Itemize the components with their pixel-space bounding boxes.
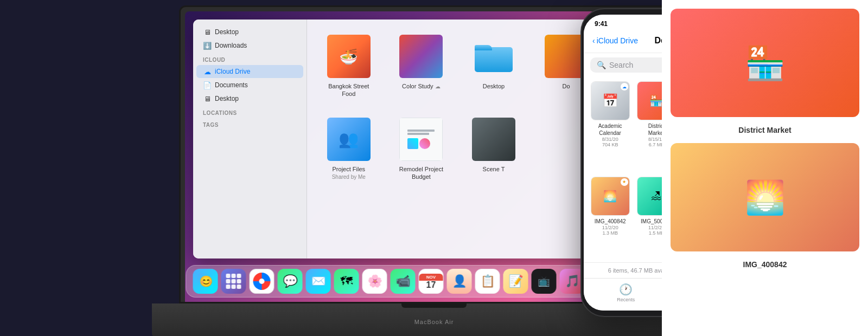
img400842-name: IMG_400842 [595, 218, 626, 225]
ipad-preview: 🏪 District Market 🌅 IMG_400842 [662, 0, 868, 336]
iphone-back-button[interactable]: ‹ iCloud Drive [592, 36, 638, 45]
macbook-notch [401, 303, 467, 308]
svg-text:😊: 😊 [200, 275, 213, 288]
sidebar-item-downloads[interactable]: ⬇️ Downloads [196, 39, 303, 52]
img400842-size: 1.3 MB [602, 230, 618, 236]
remodel-thumb [399, 118, 443, 161]
file-item-scene[interactable]: Scene T [463, 113, 525, 185]
color-study-thumb [399, 35, 443, 78]
iphone-time: 9:41 [595, 20, 608, 28]
dock-photos[interactable]: 🌸 [362, 269, 387, 294]
academic-calendar-date: 8/31/20 [602, 137, 618, 142]
recents-tab-icon: 🕐 [619, 283, 633, 296]
file-name-do: Do [563, 82, 570, 90]
icloud-section-header: iCloud [193, 53, 307, 64]
desktop-icon: 🖥 [203, 28, 212, 36]
downloads-icon: ⬇️ [203, 41, 212, 50]
file-item-desktop-folder[interactable]: Desktop [463, 30, 525, 102]
file-name-scene: Scene T [483, 165, 505, 173]
dock-contacts[interactable]: 👤 [447, 269, 472, 294]
dock-notes[interactable]: 📝 [503, 269, 528, 294]
dock-finder[interactable]: 😊 [193, 269, 218, 294]
dock-facetime[interactable]: 📹 [391, 269, 416, 294]
dock-appletv[interactable]: 📺 [532, 269, 557, 294]
documents-icon: 📄 [203, 81, 212, 89]
finder-sidebar: 🖥 Desktop ⬇️ Downloads iCloud ☁ iCloud D… [193, 20, 307, 259]
sidebar-item-documents[interactable]: 📄 Documents [196, 79, 303, 92]
file-item-remodel[interactable]: Remodel Project Budget [391, 113, 452, 185]
file-item-bangkok[interactable]: 🍜 Bangkok Street Food [318, 30, 380, 102]
back-label: iCloud Drive [597, 36, 638, 45]
sidebar-item-desktop[interactable]: 🖥 Desktop [196, 25, 303, 38]
academic-calendar-name: AcademicCalendar [598, 122, 622, 137]
dock-maps[interactable]: 🗺 [334, 269, 359, 294]
file-name-remodel: Remodel Project Budget [395, 165, 448, 181]
dock-launchpad[interactable] [221, 269, 246, 294]
iphone-file-academic-calendar[interactable]: 📅 ☁ AcademicCalendar 8/31/20 704 KB [590, 81, 630, 170]
file-name-project-files: Project Files [333, 165, 366, 173]
dock-calendar[interactable]: NOV 17 [419, 269, 444, 294]
macbook-label: MacBook Air [414, 319, 454, 325]
file-name-desktop-folder: Desktop [483, 82, 505, 90]
ipad-district-market: 🏪 [671, 9, 859, 117]
file-item-project-files[interactable]: 👥 Project Files Shared by Me [318, 113, 380, 185]
file-name-bangkok: Bangkok Street Food [322, 82, 375, 98]
back-chevron-icon: ‹ [592, 36, 595, 45]
dock-messages[interactable]: 💬 [278, 269, 303, 294]
img400842-date: 11/2/20 [602, 225, 618, 230]
file-name-color-study: Color Study ☁ [402, 82, 441, 90]
academic-calendar-size: 704 KB [602, 142, 618, 147]
locations-section-header: Locations [193, 106, 307, 118]
ipad-district-name: District Market [671, 126, 859, 134]
project-files-thumb: 👥 [327, 118, 371, 161]
icloud-drive-icon: ☁ [203, 67, 212, 76]
desktop-folder-thumb [472, 35, 515, 78]
sidebar-item-desktop2[interactable]: 🖥 Desktop [196, 92, 303, 105]
search-placeholder: Search [609, 61, 633, 69]
dock-reminders[interactable]: 📋 [475, 269, 500, 294]
search-icon: 🔍 [597, 61, 606, 69]
iphone-file-img400842[interactable]: 🌅 ★ IMG_400842 11/2/20 1.3 MB [590, 177, 630, 259]
dock-safari[interactable] [250, 269, 275, 294]
file-subtitle-project-files: Shared by Me [332, 174, 366, 180]
ipad-img400842-name: IMG_400842 [671, 260, 859, 269]
scene-thumb [472, 118, 515, 161]
bangkok-thumb: 🍜 [327, 35, 371, 78]
file-item-color-study[interactable]: Color Study ☁ [391, 30, 452, 102]
tags-section-header: Tags [193, 118, 307, 130]
dock-mail[interactable]: ✉️ [306, 269, 331, 294]
desktop2-icon: 🖥 [203, 94, 212, 103]
iphone-tab-recents[interactable]: 🕐 Recents [617, 283, 635, 302]
sidebar-item-icloud-drive[interactable]: ☁ iCloud Drive [196, 65, 303, 78]
ipad-img400842: 🌅 [671, 143, 859, 251]
img400842-thumb: 🌅 ★ [591, 177, 630, 216]
academic-calendar-thumb: 📅 ☁ [591, 81, 630, 120]
